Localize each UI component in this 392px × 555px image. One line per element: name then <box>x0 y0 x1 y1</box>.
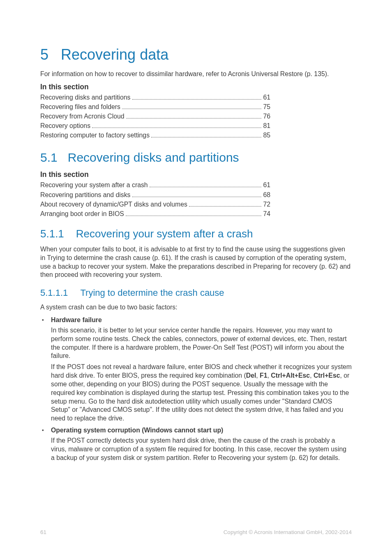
bullet-body: In this scenario, it is better to let yo… <box>51 326 352 423</box>
toc-page: 76 <box>263 112 270 121</box>
toc-leader <box>122 109 261 109</box>
toc-page: 74 <box>263 209 270 218</box>
page-footer: 61 Copyright © Acronis International Gmb… <box>0 529 392 535</box>
toc-row: Recovering your system after a crash 61 <box>40 181 270 190</box>
section-5111-intro: A system crash can be due to two basic f… <box>40 303 352 312</box>
bullet-icon: ▪ <box>40 316 51 324</box>
toc-row: Restoring computer to factory settings 8… <box>40 131 270 140</box>
section-label: In this section <box>40 170 352 179</box>
section-number: 5.1 <box>40 151 58 164</box>
toc-row: Recovery options 81 <box>40 121 270 130</box>
toc-row: Recovering partitions and disks 68 <box>40 190 270 200</box>
toc-row: About recovery of dynamic/GPT disks and … <box>40 200 270 209</box>
toc-chapter: Recovering disks and partitions 61 Recov… <box>40 93 270 140</box>
toc-row: Recovering files and folders 75 <box>40 102 270 111</box>
chapter-intro: For information on how to recover to dis… <box>40 70 352 79</box>
list-item: ▪ Hardware failure <box>40 316 352 325</box>
text-run: , or some other, depending on your BIOS)… <box>51 372 349 422</box>
bullet-icon: ▪ <box>40 426 51 434</box>
toc-row: Recovering disks and partitions 61 <box>40 93 270 102</box>
section-title: Trying to determine the crash cause <box>80 288 224 298</box>
toc-page: 68 <box>263 190 270 200</box>
toc-page: 61 <box>263 93 270 102</box>
toc-leader <box>151 137 261 137</box>
section-number: 5.1.1.1 <box>40 288 68 298</box>
toc-leader <box>126 118 262 118</box>
toc-section-51: Recovering your system after a crash 61 … <box>40 181 270 218</box>
section-heading-5111: 5.1.1.1 Trying to determine the crash ca… <box>40 288 352 298</box>
toc-leader <box>92 128 261 128</box>
section-number: 5.1.1 <box>40 228 64 240</box>
bullet-para: If the POST correctly detects your syste… <box>51 437 352 462</box>
toc-page: 81 <box>263 121 270 130</box>
text-run: , <box>256 372 260 379</box>
toc-leader <box>126 216 262 216</box>
toc-leader <box>150 187 262 187</box>
section-heading-511: 5.1.1 Recovering your system after a cra… <box>40 228 352 240</box>
key-name: Del <box>246 372 256 379</box>
toc-leader <box>132 197 262 197</box>
section-511-para: When your computer fails to boot, it is … <box>40 245 352 279</box>
section-title: Recovering your system after a crash <box>76 228 253 240</box>
text-run: , <box>267 372 271 379</box>
bullet-list: ▪ Hardware failure In this scenario, it … <box>40 316 352 462</box>
section-label: In this section <box>40 83 352 91</box>
chapter-title: Recovering data <box>61 46 168 63</box>
toc-page: 85 <box>263 131 270 140</box>
toc-page: 61 <box>263 181 270 190</box>
toc-leader <box>189 206 261 207</box>
bullet-heading: Hardware failure <box>51 316 102 325</box>
text-run: , <box>310 372 314 379</box>
key-name: Ctrl+Alt+Esc <box>271 372 310 379</box>
toc-page: 72 <box>263 200 270 209</box>
bullet-body: If the POST correctly detects your syste… <box>51 437 352 462</box>
toc-title: Restoring computer to factory settings <box>40 131 150 140</box>
chapter-heading: 5 Recovering data <box>40 46 352 63</box>
key-name: F1 <box>260 372 267 379</box>
chapter-number: 5 <box>40 46 48 63</box>
section-heading-51: 5.1 Recovering disks and partitions <box>40 151 352 165</box>
bullet-para: If the POST does not reveal a hardware f… <box>51 363 352 423</box>
toc-leader <box>132 99 262 100</box>
list-item: ▪ Operating system corruption (Windows c… <box>40 426 352 435</box>
toc-title: Recovering disks and partitions <box>40 93 131 102</box>
section-title: Recovering disks and partitions <box>68 151 239 164</box>
toc-title: About recovery of dynamic/GPT disks and … <box>40 200 187 209</box>
toc-title: Recovering files and folders <box>40 102 120 111</box>
key-name: Ctrl+Esc <box>314 372 340 379</box>
toc-title: Recovery options <box>40 121 90 130</box>
footer-copyright: Copyright © Acronis International GmbH, … <box>224 529 352 535</box>
toc-title: Recovering partitions and disks <box>40 190 131 200</box>
toc-row: Recovery from Acronis Cloud 76 <box>40 112 270 121</box>
footer-page-number: 61 <box>40 529 46 535</box>
toc-title: Recovering your system after a crash <box>40 181 148 190</box>
bullet-para: In this scenario, it is better to let yo… <box>51 326 352 360</box>
bullet-heading: Operating system corruption (Windows can… <box>51 426 223 435</box>
toc-title: Recovery from Acronis Cloud <box>40 112 125 121</box>
toc-row: Arranging boot order in BIOS 74 <box>40 209 270 218</box>
toc-page: 75 <box>263 102 270 111</box>
toc-title: Arranging boot order in BIOS <box>40 209 124 218</box>
